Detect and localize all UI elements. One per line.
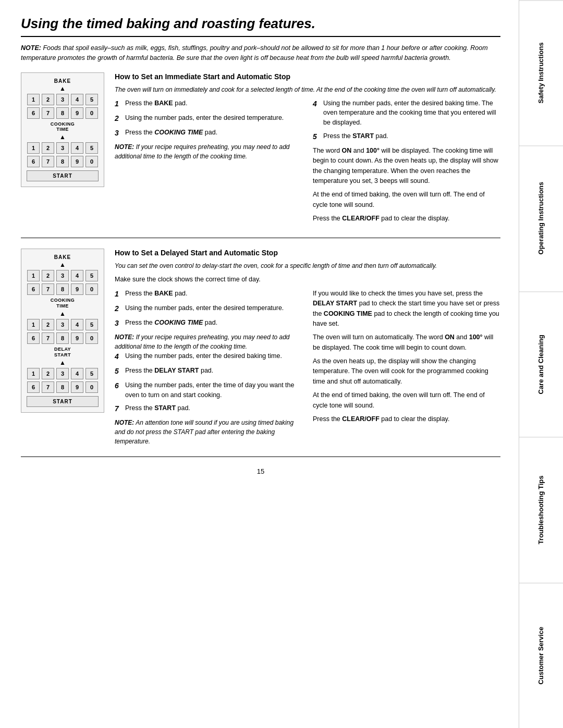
key-3e[interactable]: 3 xyxy=(56,368,69,379)
para-1-1: The word ON and 100° will be displayed. … xyxy=(313,146,500,187)
key-8e[interactable]: 8 xyxy=(56,381,69,393)
key-2b[interactable]: 2 xyxy=(42,142,54,154)
key-2[interactable]: 2 xyxy=(42,94,54,105)
main-content: Using the timed baking and roasting feat… xyxy=(0,0,516,496)
cooking-time-label-1: COOKINGTIME xyxy=(27,121,99,133)
key-3d[interactable]: 3 xyxy=(56,319,69,330)
key-7e[interactable]: 7 xyxy=(42,381,54,393)
key-8[interactable]: 8 xyxy=(56,107,69,119)
para-2-5: Press the CLEAR/OFF pad to clear the dis… xyxy=(313,414,500,424)
key-6c[interactable]: 6 xyxy=(27,283,40,295)
key-3[interactable]: 3 xyxy=(56,94,69,105)
sidebar-item-operating[interactable]: Operating Instructions xyxy=(519,145,563,291)
section-immediate: BAKE ▲ 1 2 3 4 5 6 7 8 9 0 COOKINGTIME ▲ xyxy=(21,72,500,239)
key-7d[interactable]: 7 xyxy=(42,332,54,344)
key-6b[interactable]: 6 xyxy=(27,156,40,167)
key-5c[interactable]: 5 xyxy=(85,270,98,281)
sidebar-item-safety[interactable]: Safety Instructions xyxy=(519,0,563,145)
key-2d[interactable]: 2 xyxy=(42,319,54,330)
key-5b[interactable]: 5 xyxy=(85,142,98,154)
arrow-up-cooking: ▲ xyxy=(27,133,99,141)
key-1c[interactable]: 1 xyxy=(27,270,40,281)
instructions-delayed: How to Set a Delayed Start and Automatic… xyxy=(115,249,500,446)
key-5e[interactable]: 5 xyxy=(85,368,98,379)
section1-intro: The oven will turn on immediately and co… xyxy=(115,85,500,94)
steps-left-1: 1 Press the BAKE pad. 2 Using the number… xyxy=(115,98,302,228)
page-title: Using the timed baking and roasting feat… xyxy=(21,16,500,37)
key-9e[interactable]: 9 xyxy=(71,381,83,393)
key-2c[interactable]: 2 xyxy=(42,270,54,281)
key-0c[interactable]: 0 xyxy=(85,283,98,295)
key-row-3-bot: 6 7 8 9 0 xyxy=(27,283,99,295)
step-2-7: 7 Press the START pad. xyxy=(115,403,302,414)
key-3b[interactable]: 3 xyxy=(56,142,69,154)
key-0b[interactable]: 0 xyxy=(85,156,98,167)
note-top: NOTE: Foods that spoil easily–such as mi… xyxy=(21,43,500,63)
page-number: 15 xyxy=(21,467,500,480)
key-3c[interactable]: 3 xyxy=(56,270,69,281)
key-9d[interactable]: 9 xyxy=(71,332,83,344)
step-2-3: 3 Press the COOKING TIME pad. xyxy=(115,318,302,329)
key-9[interactable]: 9 xyxy=(71,107,83,119)
key-row-4-bot: 6 7 8 9 0 xyxy=(27,332,99,344)
key-8d[interactable]: 8 xyxy=(56,332,69,344)
key-1b[interactable]: 1 xyxy=(27,142,40,154)
key-row-3-top: 1 2 3 4 5 xyxy=(27,270,99,281)
key-4c[interactable]: 4 xyxy=(71,270,83,281)
key-2e[interactable]: 2 xyxy=(42,368,54,379)
key-8b[interactable]: 8 xyxy=(56,156,69,167)
bake-label: BAKE xyxy=(27,78,99,84)
key-row-5-bot: 6 7 8 9 0 xyxy=(27,381,99,393)
key-4d[interactable]: 4 xyxy=(71,319,83,330)
step-1-1: 1 Press the BAKE pad. xyxy=(115,98,302,109)
note-2-left: NOTE: If your recipe requires preheating… xyxy=(115,332,302,351)
arrow-up-bake: ▲ xyxy=(27,85,99,92)
start-button-1[interactable]: START xyxy=(27,170,99,181)
sidebar-item-care[interactable]: Care and Cleaning xyxy=(519,291,563,437)
steps-cols-2: 1 Press the BAKE pad. 2 Using the number… xyxy=(115,289,500,447)
key-8c[interactable]: 8 xyxy=(56,283,69,295)
key-1e[interactable]: 1 xyxy=(27,368,40,379)
step-1-3: 3 Press the COOKING TIME pad. xyxy=(115,128,302,139)
keypad-box-1: BAKE ▲ 1 2 3 4 5 6 7 8 9 0 COOKINGTIME ▲ xyxy=(21,72,104,188)
key-5[interactable]: 5 xyxy=(85,94,98,105)
section-delayed: BAKE ▲ 1 2 3 4 5 6 7 8 9 0 COOKINGTIME ▲ xyxy=(21,249,500,457)
step-2-4: 4 Using the number pads, enter the desir… xyxy=(115,351,302,362)
step-2-5: 5 Press the DELAY START pad. xyxy=(115,366,302,377)
key-1d[interactable]: 1 xyxy=(27,319,40,330)
delay-start-label: DELAYSTART xyxy=(27,347,99,358)
steps-right-2: If you would like to check the times you… xyxy=(313,289,500,447)
para-2-2: The oven will turn on automatically. The… xyxy=(313,332,500,353)
start-button-2[interactable]: START xyxy=(27,396,99,407)
steps-cols-1: 1 Press the BAKE pad. 2 Using the number… xyxy=(115,98,500,228)
sidebar-item-troubleshooting[interactable]: Troubleshooting Tips xyxy=(519,437,563,582)
key-0d[interactable]: 0 xyxy=(85,332,98,344)
key-7c[interactable]: 7 xyxy=(42,283,54,295)
key-row-2-top: 1 2 3 4 5 xyxy=(27,142,99,154)
sidebar-item-customer[interactable]: Customer Service xyxy=(519,583,563,728)
keypad-immediate: BAKE ▲ 1 2 3 4 5 6 7 8 9 0 COOKINGTIME ▲ xyxy=(21,72,104,228)
key-6e[interactable]: 6 xyxy=(27,381,40,393)
para-2-1: If you would like to check the times you… xyxy=(313,289,500,329)
key-5d[interactable]: 5 xyxy=(85,319,98,330)
section1-heading: How to Set an Immediate Start and Automa… xyxy=(115,72,500,81)
key-1[interactable]: 1 xyxy=(27,94,40,105)
steps-right-1: 4 Using the number pads, enter the desir… xyxy=(313,98,500,228)
key-6d[interactable]: 6 xyxy=(27,332,40,344)
key-9c[interactable]: 9 xyxy=(71,283,83,295)
key-row-2-bot: 6 7 8 9 0 xyxy=(27,156,99,167)
arrow-up-bake-2: ▲ xyxy=(27,261,99,268)
key-9b[interactable]: 9 xyxy=(71,156,83,167)
key-0[interactable]: 0 xyxy=(85,107,98,119)
note-1-left: NOTE: If your recipe requires preheating… xyxy=(115,142,302,161)
key-7b[interactable]: 7 xyxy=(42,156,54,167)
step-1-5: 5 Press the START pad. xyxy=(313,131,500,142)
key-4[interactable]: 4 xyxy=(71,94,83,105)
key-4b[interactable]: 4 xyxy=(71,142,83,154)
key-4e[interactable]: 4 xyxy=(71,368,83,379)
keypad-box-2: BAKE ▲ 1 2 3 4 5 6 7 8 9 0 COOKINGTIME ▲ xyxy=(21,249,104,412)
para-1-3: Press the CLEAR/OFF pad to clear the dis… xyxy=(313,214,500,224)
key-7[interactable]: 7 xyxy=(42,107,54,119)
key-0e[interactable]: 0 xyxy=(85,381,98,393)
key-6[interactable]: 6 xyxy=(27,107,40,119)
